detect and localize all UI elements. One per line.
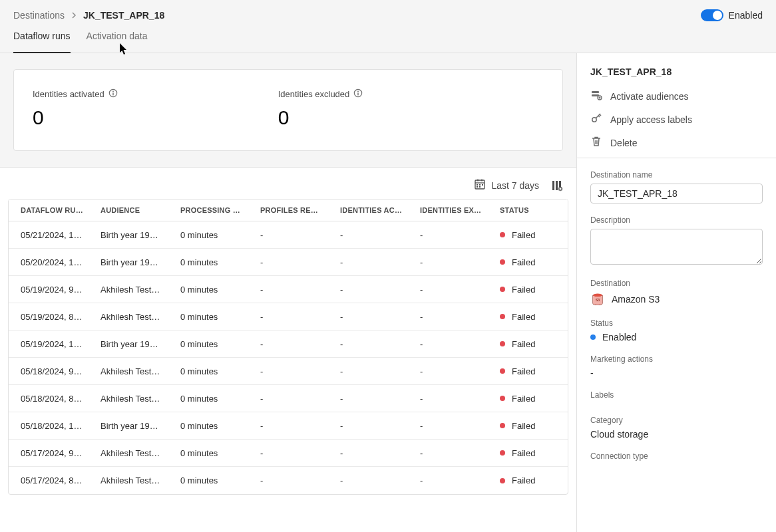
col-header-identities-exc[interactable]: IDENTITIES EXC… bbox=[408, 200, 488, 221]
cell-dataflow-run[interactable]: 05/17/2024, 8… bbox=[9, 475, 89, 485]
date-range-label: Last 7 days bbox=[491, 180, 539, 191]
cell-status: Failed bbox=[488, 475, 568, 485]
stat-value: 0 bbox=[33, 106, 278, 129]
dataflow-runs-table: DATAFLOW RUN… AUDIENCE PROCESSING D… PRO… bbox=[8, 199, 568, 495]
stats-card: Identities activated 0 Identities exclud… bbox=[13, 69, 563, 151]
cell-dataflow-run[interactable]: 05/19/2024, 9… bbox=[9, 285, 89, 295]
col-header-dataflow-run[interactable]: DATAFLOW RUN… bbox=[9, 200, 89, 221]
table-row[interactable]: 05/19/2024, 1…Birth year 19…0 minutes---… bbox=[9, 331, 568, 358]
svg-point-18 bbox=[559, 187, 562, 190]
description-textarea[interactable] bbox=[590, 229, 763, 265]
col-header-profiles[interactable]: PROFILES RECEI… bbox=[248, 200, 328, 221]
cell-audience[interactable]: Akhilesh Test… bbox=[89, 394, 168, 404]
date-range-picker[interactable]: Last 7 days bbox=[474, 178, 539, 192]
cell-audience[interactable]: Akhilesh Test… bbox=[89, 285, 168, 295]
col-header-identities-act[interactable]: IDENTITIES ACTI… bbox=[328, 200, 408, 221]
status-label: Status bbox=[590, 319, 763, 328]
cell-identities-act: - bbox=[328, 421, 408, 431]
cell-audience[interactable]: Akhilesh Test… bbox=[89, 475, 168, 485]
info-icon[interactable] bbox=[108, 88, 118, 100]
cell-profiles: - bbox=[248, 230, 328, 240]
stat-label: Identities activated bbox=[33, 89, 104, 99]
info-icon[interactable] bbox=[353, 88, 363, 100]
table-toolbar: Last 7 days bbox=[0, 168, 576, 199]
table-row[interactable]: 05/17/2024, 8…Akhilesh Test…0 minutes---… bbox=[9, 467, 568, 494]
cell-dataflow-run[interactable]: 05/18/2024, 9… bbox=[9, 366, 89, 376]
tab-activation-data[interactable]: Activation data bbox=[87, 31, 148, 53]
cell-identities-act: - bbox=[328, 339, 408, 349]
table-wrap: DATAFLOW RUN… AUDIENCE PROCESSING D… PRO… bbox=[0, 199, 576, 532]
table-row[interactable]: 05/18/2024, 8…Akhilesh Test…0 minutes---… bbox=[9, 385, 568, 412]
tab-dataflow-runs[interactable]: Dataflow runs bbox=[13, 31, 71, 53]
detail-panel: JK_TEST_APR_18 Activate audiences Apply … bbox=[576, 53, 776, 532]
table-row[interactable]: 05/21/2024, 1…Birth year 19…0 minutes---… bbox=[9, 221, 568, 249]
cell-audience[interactable]: Birth year 19… bbox=[89, 230, 168, 240]
category-value: Cloud storage bbox=[590, 429, 648, 440]
stat-label: Identities excluded bbox=[278, 89, 350, 99]
cell-identities-exc: - bbox=[408, 475, 488, 485]
cell-processing: 0 minutes bbox=[168, 230, 248, 240]
cell-dataflow-run[interactable]: 05/18/2024, 1… bbox=[9, 421, 89, 431]
cell-processing: 0 minutes bbox=[168, 421, 248, 431]
svg-point-4 bbox=[357, 91, 359, 92]
table-row[interactable]: 05/19/2024, 8…Akhilesh Test…0 minutes---… bbox=[9, 303, 568, 331]
cell-dataflow-run[interactable]: 05/18/2024, 8… bbox=[9, 394, 89, 404]
cell-identities-exc: - bbox=[408, 257, 488, 267]
col-header-audience[interactable]: AUDIENCE bbox=[89, 200, 168, 221]
tabs: Dataflow runs Activation data bbox=[0, 31, 776, 53]
cell-identities-exc: - bbox=[408, 394, 488, 404]
status-dot-icon bbox=[500, 287, 505, 292]
table-row[interactable]: 05/18/2024, 9…Akhilesh Test…0 minutes---… bbox=[9, 358, 568, 385]
breadcrumb-root[interactable]: Destinations bbox=[13, 10, 65, 21]
cell-identities-act: - bbox=[328, 230, 408, 240]
cell-audience[interactable]: Akhilesh Test… bbox=[89, 312, 168, 322]
cell-identities-act: - bbox=[328, 448, 408, 458]
cell-dataflow-run[interactable]: 05/19/2024, 8… bbox=[9, 312, 89, 322]
svg-point-1 bbox=[112, 91, 114, 92]
top-bar: Destinations JK_TEST_APR_18 Enabled bbox=[0, 0, 776, 31]
labels-label: Labels bbox=[590, 390, 763, 400]
apply-access-labels-action[interactable]: Apply access labels bbox=[590, 112, 763, 126]
destination-name-input[interactable] bbox=[590, 184, 763, 203]
cell-identities-act: - bbox=[328, 285, 408, 295]
svg-text:S3: S3 bbox=[596, 298, 600, 302]
activate-audiences-action[interactable]: Activate audiences bbox=[590, 89, 763, 103]
status-dot-icon bbox=[500, 314, 505, 319]
cell-audience[interactable]: Akhilesh Test… bbox=[89, 366, 168, 376]
svg-rect-14 bbox=[479, 186, 481, 188]
table-row[interactable]: 05/18/2024, 1…Birth year 19…0 minutes---… bbox=[9, 412, 568, 440]
svg-rect-11 bbox=[479, 184, 481, 186]
column-settings-button[interactable] bbox=[551, 180, 563, 192]
svg-rect-17 bbox=[559, 181, 561, 187]
cell-audience[interactable]: Birth year 19… bbox=[89, 339, 168, 349]
table-row[interactable]: 05/19/2024, 9…Akhilesh Test…0 minutes---… bbox=[9, 276, 568, 303]
cell-dataflow-run[interactable]: 05/21/2024, 1… bbox=[9, 230, 89, 240]
marketing-actions-value: - bbox=[590, 368, 594, 378]
cell-audience[interactable]: Akhilesh Test… bbox=[89, 448, 168, 458]
enable-toggle[interactable] bbox=[701, 9, 723, 21]
cell-status: Failed bbox=[488, 394, 568, 404]
delete-action[interactable]: Delete bbox=[590, 136, 763, 150]
connection-type-label: Connection type bbox=[590, 452, 763, 461]
col-header-status[interactable]: STATUS bbox=[488, 200, 568, 221]
breadcrumb-current: JK_TEST_APR_18 bbox=[83, 10, 164, 21]
cell-processing: 0 minutes bbox=[168, 285, 248, 295]
action-label: Apply access labels bbox=[610, 114, 692, 125]
svg-rect-15 bbox=[552, 181, 554, 190]
table-row[interactable]: 05/20/2024, 1…Birth year 19…0 minutes---… bbox=[9, 249, 568, 276]
status-dot-icon bbox=[500, 341, 505, 346]
key-icon bbox=[590, 112, 602, 126]
status-dot-icon bbox=[500, 450, 505, 456]
cell-audience[interactable]: Birth year 19… bbox=[89, 257, 168, 267]
col-header-processing[interactable]: PROCESSING D… bbox=[168, 200, 248, 221]
cell-audience[interactable]: Birth year 19… bbox=[89, 421, 168, 431]
cell-dataflow-run[interactable]: 05/19/2024, 1… bbox=[9, 339, 89, 349]
cell-identities-exc: - bbox=[408, 421, 488, 431]
cell-dataflow-run[interactable]: 05/20/2024, 1… bbox=[9, 257, 89, 267]
table-row[interactable]: 05/17/2024, 9…Akhilesh Test…0 minutes---… bbox=[9, 440, 568, 467]
cell-dataflow-run[interactable]: 05/17/2024, 9… bbox=[9, 448, 89, 458]
status-dot-icon bbox=[500, 368, 505, 374]
table-header-row: DATAFLOW RUN… AUDIENCE PROCESSING D… PRO… bbox=[9, 200, 568, 221]
stat-identities-excluded: Identities excluded 0 bbox=[278, 88, 524, 129]
cell-status: Failed bbox=[488, 312, 568, 322]
